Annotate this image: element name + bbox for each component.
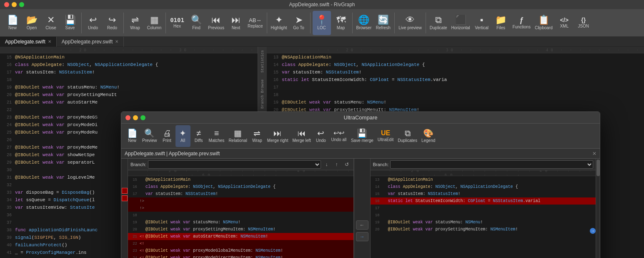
- toolbar-close[interactable]: ✕ Close: [42, 11, 60, 35]
- uc-undo-btn[interactable]: ↩ Undo: [313, 125, 328, 147]
- diff-left-19: 19 @IBOutlet weak var statusMenu: NSMenu…: [128, 219, 353, 226]
- toolbar-open[interactable]: 📂 Open: [23, 11, 41, 35]
- uc-tab-label[interactable]: AppDelegate.swift | AppDelegate.prev.swi…: [125, 151, 220, 157]
- minimize-button[interactable]: [12, 2, 17, 7]
- uc-preview-btn[interactable]: 🔍 Preview: [140, 125, 159, 147]
- uc-toolbar: 📄 New 🔍 Preview 🖨 Print ✦ All ≠ Diffs ≡: [121, 124, 600, 149]
- toolbar-new[interactable]: 📄 New: [3, 11, 22, 35]
- toolbar-clipboard-label: Clipboard: [535, 25, 553, 30]
- clipboard-icon: 📋: [538, 15, 549, 25]
- uc-print-btn[interactable]: 🖨 Print: [160, 125, 175, 147]
- toolbar-wrap[interactable]: ⇌ Wrap: [126, 11, 144, 35]
- xml-icon: </>: [560, 17, 569, 23]
- toolbar-loc-label: LOC: [317, 25, 326, 30]
- uc-right-branch-select[interactable]: [390, 160, 593, 169]
- uc-right-diff-ruler: · · 20 · · · · · · · · · · 40 · · · · · …: [371, 170, 596, 176]
- tab-close-1[interactable]: ✕: [48, 39, 51, 44]
- uc-diffs-icon: ≠: [196, 129, 201, 137]
- uc-right-scroll-arrow[interactable]: →: [590, 228, 596, 234]
- left-ruler: · · · · · 20 · · · · · · · · · 30 · · · …: [0, 47, 267, 53]
- toolbar-livepreview[interactable]: 👁 Live preview: [397, 11, 423, 35]
- uc-close-button[interactable]: [125, 115, 130, 120]
- toolbar-vertical[interactable]: ▪ Vertical: [473, 11, 491, 35]
- toolbar-files[interactable]: 📁 Files: [492, 11, 510, 35]
- uc-right-scrollbar[interactable]: [596, 159, 600, 258]
- uc-undoall-btn[interactable]: ↩↩ Undo all: [329, 125, 348, 147]
- toolbar-browser-label: Browser: [356, 25, 372, 30]
- close-button[interactable]: [4, 2, 9, 7]
- right-line-17: 17: [267, 83, 644, 91]
- uc-merge-right-btn[interactable]: ⏭ Merge right: [266, 125, 290, 147]
- uc-legend-icon: 🎨: [423, 129, 434, 137]
- horizontal-icon: ⬛: [455, 15, 466, 25]
- uc-title-bar: UltraCompare: [121, 112, 600, 124]
- uc-center-left[interactable]: ←: [356, 220, 368, 230]
- uc-nav-down[interactable]: ↓: [323, 160, 331, 169]
- uc-maximize-button[interactable]: [140, 115, 145, 120]
- toolbar-replace[interactable]: AB↔ Replace: [246, 11, 265, 35]
- uc-nav-up[interactable]: ↑: [333, 160, 341, 169]
- toolbar-vertical-label: Vertical: [475, 25, 489, 30]
- uc-center-nav: ← →: [354, 159, 371, 258]
- statistics-tab[interactable]: Statistics: [260, 47, 266, 76]
- new-icon: 📄: [7, 15, 18, 25]
- uc-right-panel: Branch: · · 20 · · · · · · · · · · 40 · …: [371, 159, 596, 258]
- toolbar-new-label: New: [8, 25, 17, 30]
- toolbar-duplicate[interactable]: ⧉ Duplicate: [428, 11, 449, 35]
- uc-duplicates-btn[interactable]: ⧉ Duplicates: [396, 125, 419, 147]
- toolbar-save[interactable]: 💾 Save: [61, 11, 79, 35]
- toolbar-highlight[interactable]: ✦ Highlight: [269, 11, 289, 35]
- toolbar-next[interactable]: ⏭ Next: [227, 11, 245, 35]
- uc-merge-left-btn[interactable]: ⏮ Merge left: [291, 125, 312, 147]
- toolbar-undo[interactable]: ↩ Undo: [84, 11, 102, 35]
- uc-preview-label: Preview: [142, 138, 157, 143]
- toolbar-find[interactable]: 🔍 Find: [187, 11, 205, 35]
- tab-appdelegate-swift[interactable]: AppDelegate.swift ✕: [0, 37, 57, 47]
- uc-wrap-btn[interactable]: ⇌ Wrap: [250, 125, 265, 147]
- left-line-17: 17 var statusItem: NSStatusItem!: [0, 68, 267, 76]
- toolbar-map[interactable]: 🗺 Map: [332, 11, 350, 35]
- uc-new-btn[interactable]: 📄 New: [125, 125, 140, 147]
- uc-ultraedit-btn[interactable]: UE UltraEdit: [376, 125, 395, 147]
- toolbar-clipboard[interactable]: 📋 Clipboard: [533, 11, 554, 35]
- toolbar-redo[interactable]: ↪ Redo: [103, 11, 121, 35]
- tab-close-2[interactable]: ✕: [115, 39, 118, 44]
- tab-appdelegate-prev-swift[interactable]: AppDelegate.prev.swift ✕: [57, 37, 124, 47]
- toolbar-refresh-label: Refresh: [376, 25, 391, 30]
- uc-matches-btn[interactable]: ≡ Matches: [207, 125, 226, 147]
- toolbar-xml[interactable]: </> XML: [555, 11, 574, 35]
- maximize-button[interactable]: [19, 2, 24, 7]
- uc-wrap-label: Wrap: [252, 138, 262, 143]
- uc-tab-close[interactable]: ✕: [592, 151, 596, 157]
- toolbar-functions[interactable]: ƒ Functions: [511, 11, 532, 35]
- uc-legend-btn[interactable]: 🎨 Legend: [420, 125, 437, 147]
- toolbar-horizontal[interactable]: ⬛ Horizontal: [450, 11, 472, 35]
- left-line-18: 18: [0, 76, 267, 83]
- uc-relational-btn[interactable]: ▦ Relational: [227, 125, 248, 147]
- tab-bar: AppDelegate.swift ✕ AppDelegate.prev.swi…: [0, 37, 644, 47]
- uc-scrollbar-thumb[interactable]: [596, 159, 600, 176]
- uc-nav-refresh[interactable]: ↺: [343, 160, 351, 169]
- uc-all-btn[interactable]: ✦ All: [175, 125, 190, 147]
- diff-right-16: 16 static let StatusItemIconWidth: CGFlo…: [371, 197, 596, 205]
- uc-diffs-btn[interactable]: ≠ Diffs: [191, 125, 206, 147]
- branch-browse-tab[interactable]: Branch Browse: [260, 76, 266, 112]
- toolbar-hex[interactable]: 0101 Hex: [168, 11, 186, 35]
- replace-icon: AB↔: [249, 18, 261, 23]
- uc-savemerge-btn[interactable]: 💾 Save merge: [349, 125, 375, 147]
- right-code-area: 13 @NSApplicationMain 14 class AppDelega…: [267, 53, 644, 114]
- toolbar-goto[interactable]: ➤ Go To: [290, 11, 308, 35]
- toolbar-loc[interactable]: 📍 LOC: [313, 11, 331, 35]
- toolbar-column[interactable]: ▦ Column: [145, 11, 163, 35]
- map-icon: 🗺: [336, 15, 346, 25]
- uc-minimize-button[interactable]: [133, 115, 138, 120]
- toolbar-refresh[interactable]: 🔄 Refresh: [374, 11, 392, 35]
- left-line-15: 15 @NSApplicationMain: [0, 53, 267, 61]
- toolbar-previous[interactable]: ⏮ Previous: [206, 11, 226, 35]
- diff-right-20: 20 @IBOutlet weak var proxySettingMenuIt…: [371, 226, 596, 233]
- uc-left-branch-select[interactable]: [148, 160, 321, 169]
- toolbar-json[interactable]: {} JSON: [574, 11, 593, 35]
- uc-center-right[interactable]: →: [356, 232, 368, 241]
- uc-marker-2: [122, 195, 128, 201]
- toolbar-browser[interactable]: 🌐 Browser: [355, 11, 373, 35]
